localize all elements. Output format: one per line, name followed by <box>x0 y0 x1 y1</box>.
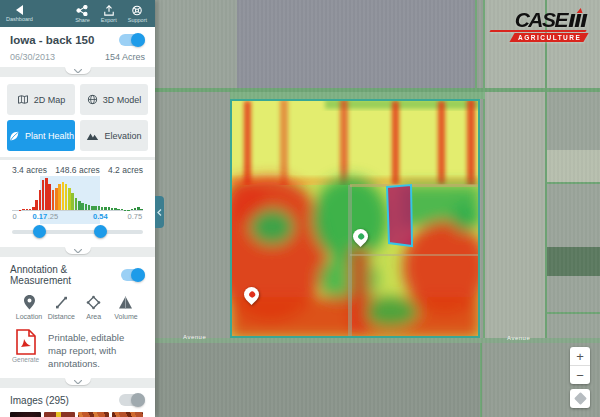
brand-tagline: AGRICULTURE <box>518 34 580 41</box>
tool-volume[interactable]: Volume <box>111 295 141 320</box>
histogram-bar <box>39 190 42 210</box>
area-annotation-polygon[interactable] <box>383 182 417 250</box>
section-collapse-chevron[interactable] <box>65 378 91 385</box>
histogram-bar <box>29 209 32 210</box>
histogram-bar <box>98 206 101 210</box>
tool-label: Location <box>16 313 42 320</box>
axis-tick-label: 0 <box>13 212 17 221</box>
flight-title: Iowa - back 150 <box>10 34 94 46</box>
histogram-bar <box>111 208 114 210</box>
acres-below-range: 3.4 acres <box>12 165 47 175</box>
image-thumbnails <box>10 412 145 417</box>
histogram-bar <box>71 193 74 210</box>
histogram-bar <box>137 207 140 210</box>
mode-label: 2D Map <box>34 95 66 105</box>
image-thumbnail[interactable] <box>44 412 75 417</box>
image-thumbnail[interactable] <box>112 412 143 417</box>
pdf-report-icon <box>15 329 37 355</box>
histogram-bar <box>101 207 104 210</box>
histogram-bar <box>75 198 78 210</box>
tool-area[interactable]: Area <box>79 295 109 320</box>
histogram-bar <box>104 207 107 210</box>
brand-swoosh <box>489 30 586 32</box>
leaf-icon <box>8 130 20 142</box>
map-canvas[interactable]: Avenue Avenue CASE AGRICULTURE + − <box>155 0 600 417</box>
chevron-left-icon <box>157 209 162 216</box>
histogram-bar <box>35 200 38 210</box>
health-histogram <box>12 178 143 210</box>
mode-label: Plant Health <box>25 131 74 141</box>
chevron-down-icon <box>74 380 82 384</box>
chevron-down-icon <box>74 249 82 253</box>
road-label: Avenue <box>507 335 530 341</box>
area-polygon-icon <box>86 295 101 310</box>
histogram-bar <box>65 184 68 210</box>
export-button[interactable]: Export <box>101 5 117 23</box>
share-button[interactable]: Share <box>75 5 90 23</box>
section-collapse-chevron[interactable] <box>65 247 91 254</box>
zoom-out-button[interactable]: − <box>570 366 590 384</box>
histogram-bar <box>55 188 58 210</box>
back-to-dashboard-button[interactable]: Dashboard <box>6 5 33 22</box>
tool-label: Area <box>86 313 101 320</box>
export-icon <box>103 5 115 16</box>
sidebar-header: Dashboard Share Export <box>0 0 155 27</box>
tool-distance[interactable]: Distance <box>46 295 76 320</box>
flight-info-card: Iowa - back 150 06/30/2013 154 Acres <box>0 27 155 67</box>
tool-label: Volume <box>114 313 137 320</box>
basemap-layers-button[interactable] <box>570 389 590 408</box>
histogram-bar <box>94 206 97 210</box>
mode-3d-model-button[interactable]: 3D Model <box>80 84 148 115</box>
histogram-bar <box>114 208 117 210</box>
generate-report-button[interactable]: Generate <box>12 329 39 363</box>
layers-icon <box>574 392 587 405</box>
histogram-bar <box>88 205 91 210</box>
map-mode-card: 2D Map 3D Model Plant Health <box>0 77 155 157</box>
support-button[interactable]: Support <box>128 5 147 23</box>
generate-label: Generate <box>12 356 39 363</box>
sidebar-collapse-tab[interactable] <box>155 196 164 228</box>
histogram-bar <box>52 190 55 210</box>
location-pin-icon <box>23 295 36 310</box>
support-lifebuoy-icon <box>131 5 143 16</box>
mode-label: Elevation <box>104 131 141 141</box>
ih-mark-icon <box>570 14 586 28</box>
mode-plant-health-button[interactable]: Plant Health <box>7 120 75 151</box>
mode-2d-map-button[interactable]: 2D Map <box>7 84 75 115</box>
image-thumbnail[interactable] <box>10 412 41 417</box>
histogram-bar <box>85 204 88 210</box>
report-description: Printable, editable map report, with ann… <box>48 329 143 370</box>
histogram-bar <box>117 209 120 210</box>
section-collapse-chevron[interactable] <box>65 67 91 74</box>
images-toggle[interactable] <box>119 394 145 406</box>
mode-elevation-button[interactable]: Elevation <box>80 120 148 151</box>
histogram-bar <box>45 178 48 210</box>
histogram-bars <box>12 178 143 210</box>
brand-name: CASE <box>515 12 567 28</box>
globe-icon <box>87 94 98 105</box>
share-icon <box>76 5 88 16</box>
tool-location[interactable]: Location <box>14 295 44 320</box>
plant-health-analysis-card: 3.4 acres 148.6 acres 4.2 acres 00.17.25… <box>0 160 155 247</box>
back-arrow-icon <box>14 5 25 15</box>
range-handle-low[interactable] <box>33 225 46 238</box>
annotation-toggle[interactable] <box>121 269 145 281</box>
flight-area: 154 Acres <box>105 52 145 62</box>
brand-banner: AGRICULTURE <box>509 33 588 42</box>
flight-date: 06/30/2013 <box>10 52 55 62</box>
road-label: Avenue <box>183 334 206 340</box>
image-thumbnail[interactable] <box>78 412 109 417</box>
overlay-visibility-toggle[interactable] <box>119 34 145 46</box>
histogram-bar <box>108 207 111 210</box>
histogram-bar <box>81 203 84 210</box>
volume-cone-icon <box>118 295 133 310</box>
app-window: Avenue Avenue CASE AGRICULTURE + − <box>0 0 600 417</box>
support-label: Support <box>128 17 147 23</box>
acres-in-range: 148.6 acres <box>55 165 99 175</box>
range-slider <box>12 225 143 239</box>
zoom-in-button[interactable]: + <box>570 347 590 365</box>
histogram-bar <box>140 209 143 210</box>
range-handle-high[interactable] <box>94 225 107 238</box>
histogram-bar <box>121 209 124 210</box>
share-label: Share <box>75 17 90 23</box>
